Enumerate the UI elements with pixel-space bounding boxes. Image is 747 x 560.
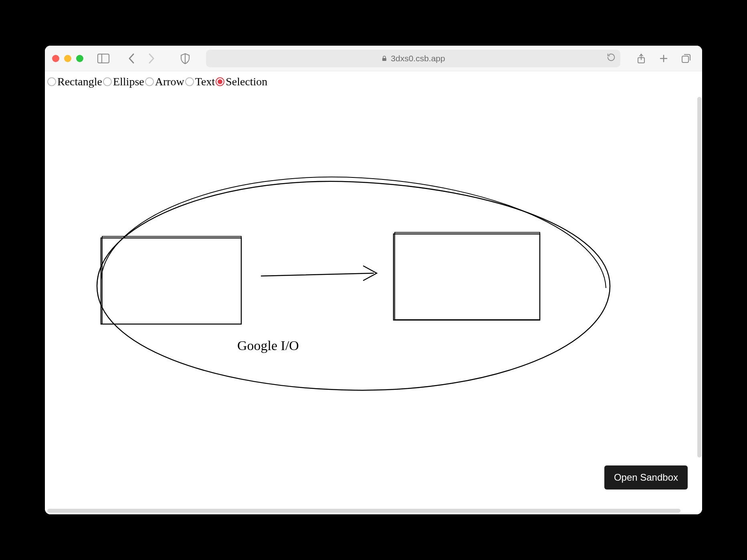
lock-icon bbox=[381, 55, 388, 62]
tabs-overview-icon[interactable] bbox=[677, 50, 695, 67]
radio-icon bbox=[47, 77, 56, 86]
svg-rect-12 bbox=[395, 232, 540, 320]
tool-label: Selection bbox=[226, 75, 267, 88]
svg-rect-8 bbox=[682, 56, 688, 62]
shape-text[interactable]: Google I/O bbox=[237, 338, 299, 353]
radio-icon bbox=[216, 77, 224, 86]
shape-arrow[interactable] bbox=[261, 266, 377, 280]
reload-button[interactable] bbox=[607, 53, 616, 64]
radio-icon bbox=[145, 77, 154, 86]
svg-rect-11 bbox=[394, 234, 540, 320]
svg-rect-10 bbox=[102, 236, 241, 324]
vertical-scrollbar[interactable] bbox=[697, 97, 701, 457]
shape-rect-right[interactable] bbox=[394, 232, 540, 320]
back-button[interactable] bbox=[123, 50, 140, 67]
page-content: Rectangle Ellipse Arrow Text Selection bbox=[45, 71, 702, 514]
tool-arrow[interactable]: Arrow bbox=[145, 75, 184, 88]
tool-label: Ellipse bbox=[113, 75, 144, 88]
tool-radio-group: Rectangle Ellipse Arrow Text Selection bbox=[45, 71, 702, 92]
new-tab-icon[interactable] bbox=[655, 50, 672, 67]
forward-button[interactable] bbox=[143, 50, 160, 67]
tool-label: Rectangle bbox=[57, 75, 102, 88]
tool-rectangle[interactable]: Rectangle bbox=[47, 75, 102, 88]
horizontal-scrollbar[interactable] bbox=[47, 509, 680, 513]
tool-label: Text bbox=[195, 75, 215, 88]
shield-icon[interactable] bbox=[176, 50, 194, 67]
svg-rect-9 bbox=[101, 238, 241, 324]
share-icon[interactable] bbox=[632, 50, 650, 67]
close-window-button[interactable] bbox=[52, 55, 59, 62]
drawing-canvas[interactable]: Google I/O bbox=[45, 94, 702, 514]
radio-icon bbox=[103, 77, 112, 86]
url-text: 3dxs0.csb.app bbox=[391, 54, 445, 63]
radio-icon bbox=[185, 77, 194, 86]
tool-ellipse[interactable]: Ellipse bbox=[103, 75, 144, 88]
right-icons bbox=[632, 50, 695, 67]
tool-label: Arrow bbox=[155, 75, 184, 88]
minimize-window-button[interactable] bbox=[64, 55, 71, 62]
maximize-window-button[interactable] bbox=[76, 55, 83, 62]
tool-text[interactable]: Text bbox=[185, 75, 215, 88]
browser-window: 3dxs0.csb.app bbox=[45, 46, 702, 514]
open-sandbox-button[interactable]: Open Sandbox bbox=[604, 465, 688, 489]
canvas-svg: Google I/O bbox=[45, 94, 702, 514]
titlebar: 3dxs0.csb.app bbox=[45, 46, 702, 71]
address-bar[interactable]: 3dxs0.csb.app bbox=[206, 50, 620, 67]
nav-group bbox=[123, 50, 160, 67]
tool-selection[interactable]: Selection bbox=[216, 75, 267, 88]
traffic-lights bbox=[52, 55, 83, 62]
sidebar-toggle-icon[interactable] bbox=[95, 50, 112, 67]
svg-rect-0 bbox=[98, 54, 109, 63]
svg-rect-3 bbox=[382, 58, 386, 61]
shape-rect-left[interactable] bbox=[101, 236, 241, 324]
shape-ellipse[interactable] bbox=[97, 177, 610, 390]
svg-line-13 bbox=[261, 273, 374, 276]
